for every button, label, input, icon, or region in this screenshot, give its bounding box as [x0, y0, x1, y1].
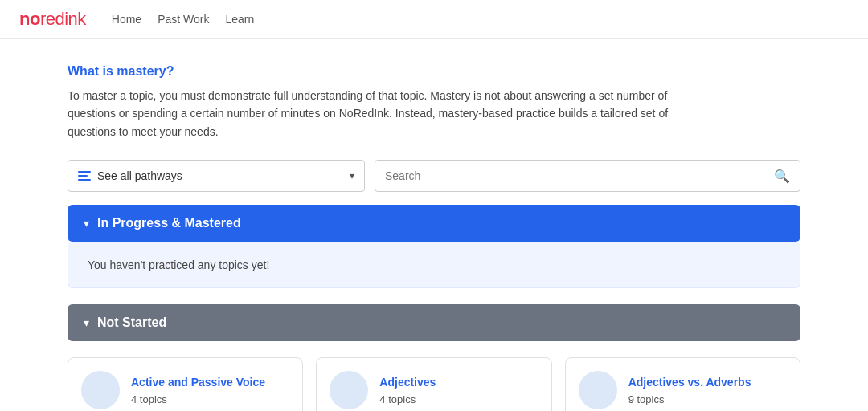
nav-links: Home Past Work Learn [112, 13, 254, 26]
list-icon [78, 171, 91, 181]
topic-name: Active and Passive Voice [131, 375, 289, 391]
topic-info: Adjectives vs. Adverbs 9 topics [628, 375, 787, 406]
in-progress-label: In Progress & Mastered [97, 216, 241, 230]
nav-bar: noredink Home Past Work Learn [0, 0, 868, 39]
mastery-title: What is mastery? [68, 64, 800, 79]
topic-avatar [579, 371, 617, 409]
topic-name: Adjectives vs. Adverbs [628, 375, 787, 391]
not-started-label: Not Started [97, 315, 166, 330]
logo-no: no [19, 9, 40, 29]
in-progress-header[interactable]: ▾ In Progress & Mastered [68, 205, 800, 242]
topic-name: Adjectives [379, 375, 538, 391]
past-work-link[interactable]: Past Work [158, 13, 209, 26]
main-content: What is mastery? To master a topic, you … [48, 39, 820, 411]
not-started-chevron-icon: ▾ [84, 316, 89, 329]
search-icon[interactable]: 🔍 [774, 169, 790, 184]
topics-grid: Active and Passive Voice 4 topics Adject… [68, 341, 800, 411]
topic-info: Adjectives 4 topics [379, 375, 538, 406]
pathway-select-left: See all pathways [78, 169, 182, 182]
learn-link[interactable]: Learn [225, 13, 254, 26]
toolbar: See all pathways ▾ 🔍 [68, 160, 800, 192]
topic-avatar [330, 371, 368, 409]
topic-count: 4 topics [379, 393, 538, 405]
topic-count: 9 topics [628, 393, 787, 405]
mastery-info: What is mastery? To master a topic, you … [68, 64, 800, 140]
topic-count: 4 topics [131, 393, 289, 405]
home-link[interactable]: Home [112, 13, 141, 26]
empty-state-message: You haven't practiced any topics yet! [88, 258, 269, 271]
search-box: 🔍 [375, 160, 800, 192]
in-progress-chevron-icon: ▾ [84, 217, 89, 230]
topic-avatar [81, 371, 120, 409]
in-progress-section: ▾ In Progress & Mastered You haven't pra… [68, 205, 800, 288]
mastery-description: To master a topic, you must demonstrate … [68, 87, 694, 140]
logo[interactable]: noredink [19, 9, 86, 30]
chevron-down-icon: ▾ [350, 170, 354, 181]
not-started-section: ▾ Not Started Active and Passive Voice 4… [68, 304, 800, 411]
pathway-select[interactable]: See all pathways ▾ [68, 160, 365, 192]
topic-info: Active and Passive Voice 4 topics [131, 375, 289, 406]
not-started-header[interactable]: ▾ Not Started [68, 304, 800, 341]
logo-redink: redink [40, 9, 86, 29]
topic-card[interactable]: Active and Passive Voice 4 topics [68, 357, 303, 411]
topic-card[interactable]: Adjectives vs. Adverbs 9 topics [565, 357, 800, 411]
empty-state: You haven't practiced any topics yet! [68, 242, 800, 288]
topic-card[interactable]: Adjectives 4 topics [316, 357, 551, 411]
pathway-label: See all pathways [97, 169, 182, 182]
search-input[interactable] [385, 169, 774, 182]
